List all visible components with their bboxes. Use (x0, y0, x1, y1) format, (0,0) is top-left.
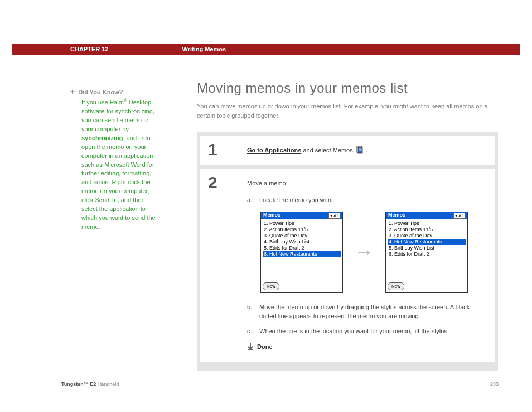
list-item[interactable]: 2. Action Items 11/5 (263, 227, 341, 233)
tip-text: If you use Palm® Desktop software for sy… (81, 97, 159, 232)
page-number: 233 (490, 381, 499, 387)
substep-a-letter: a. (247, 195, 254, 205)
list-item[interactable]: 1. Power Tips (263, 221, 341, 227)
sidebar-tip: + Did You Know? If you use Palm® Desktop… (70, 86, 159, 232)
substep-b-text: Move the memo up or down by dragging the… (259, 303, 483, 321)
did-you-know-label: Did You Know? (78, 88, 123, 97)
list-item[interactable]: 5. Birthday Wish List (388, 245, 466, 251)
palm-title-left: Memos (263, 212, 280, 219)
step-2-number: 2 (200, 169, 240, 362)
done-arrow-icon (247, 343, 254, 350)
step-1-number: 1 (200, 136, 240, 165)
page-title: Moving memos in your memos list (197, 80, 498, 96)
substep-a: a. Locate the memo you want. (247, 195, 483, 205)
palm-cat-label-left: All (333, 213, 338, 218)
new-button-right[interactable]: New (388, 282, 404, 290)
list-item[interactable]: 6. Edits for Draft 2 (388, 251, 466, 257)
tip-part3: , and then open the memo on your compute… (81, 135, 156, 230)
page-footer: Tungsten™ E2 Handheld 233 (61, 379, 499, 387)
list-item[interactable]: 2. Action Items 11/5 (388, 227, 466, 233)
list-item[interactable]: 3. Quote of the Day (388, 233, 466, 239)
substep-c-letter: c. (247, 327, 254, 336)
palm-screen-before: Memos ▾All 1. Power Tips2. Action Items … (260, 212, 343, 293)
arrow-right-icon: → (354, 242, 374, 262)
header-bar: CHAPTER 12 Writing Memos (12, 44, 520, 55)
palm-list-right: 1. Power Tips2. Action Items 11/53. Quot… (386, 219, 467, 281)
product-rest: Handheld (96, 381, 119, 387)
substep-c-text: When the line is in the location you wan… (259, 327, 449, 336)
steps-container: 1 Go to Applications and select Memos . … (197, 132, 498, 371)
palm-title-right: Memos (388, 212, 405, 219)
done-row: Done (247, 342, 483, 352)
substep-a-text: Locate the memo you want. (259, 195, 335, 205)
list-item[interactable]: 4. Hot New Restaurants (388, 239, 466, 245)
svg-rect-1 (358, 147, 362, 153)
list-item[interactable]: 4. Birthday Wish List (263, 239, 341, 245)
plus-icon: + (70, 86, 75, 97)
substep-b: b. Move the memo up or down by dragging … (247, 303, 483, 321)
step-2: 2 Move a memo: a. Locate the memo you wa… (200, 169, 495, 362)
screenshot-row: Memos ▾All 1. Power Tips2. Action Items … (260, 212, 483, 293)
new-button-left[interactable]: New (263, 282, 279, 290)
palm-list-left: 1. Power Tips2. Action Items 11/53. Quot… (261, 219, 342, 281)
product-bold: Tungsten™ E2 (61, 381, 96, 387)
section-label: Writing Memos (182, 46, 226, 52)
step-2-body: Move a memo: a. Locate the memo you want… (240, 169, 495, 362)
list-item[interactable]: 5. Edits for Draft 2 (263, 245, 341, 251)
substep-c: c. When the line is in the location you … (247, 327, 483, 336)
palm-category-left[interactable]: ▾All (328, 213, 340, 219)
step-1-body: Go to Applications and select Memos . (240, 136, 495, 165)
go-to-applications-link[interactable]: Go to Applications (247, 147, 301, 154)
step-1-text: and select Memos (301, 147, 354, 154)
step-2-lead: Move a memo: (247, 179, 483, 188)
done-label: Done (257, 342, 273, 352)
list-item[interactable]: 6. Hot New Restaurants (263, 251, 341, 257)
dropdown-arrow-icon: ▾ (455, 213, 457, 218)
palm-category-right[interactable]: ▾All (453, 213, 465, 219)
main-content: Moving memos in your memos list You can … (197, 80, 498, 371)
list-item[interactable]: 3. Quote of the Day (263, 233, 341, 239)
tip-part1: If you use Palm (81, 99, 124, 106)
intro-text: You can move memos up or down in your me… (197, 102, 498, 120)
step-1-period: . (366, 147, 367, 154)
substep-b-letter: b. (247, 303, 254, 321)
chapter-label: CHAPTER 12 (70, 46, 108, 52)
palm-cat-label-right: All (458, 213, 463, 218)
memos-app-icon (356, 146, 365, 154)
step-1: 1 Go to Applications and select Memos . (200, 136, 495, 165)
palm-screen-after: Memos ▾All 1. Power Tips2. Action Items … (385, 212, 468, 293)
list-item[interactable]: 1. Power Tips (388, 221, 466, 227)
dropdown-arrow-icon: ▾ (330, 213, 332, 218)
synchronizing-link[interactable]: synchronizing (81, 135, 123, 141)
product-name: Tungsten™ E2 Handheld (61, 381, 119, 387)
